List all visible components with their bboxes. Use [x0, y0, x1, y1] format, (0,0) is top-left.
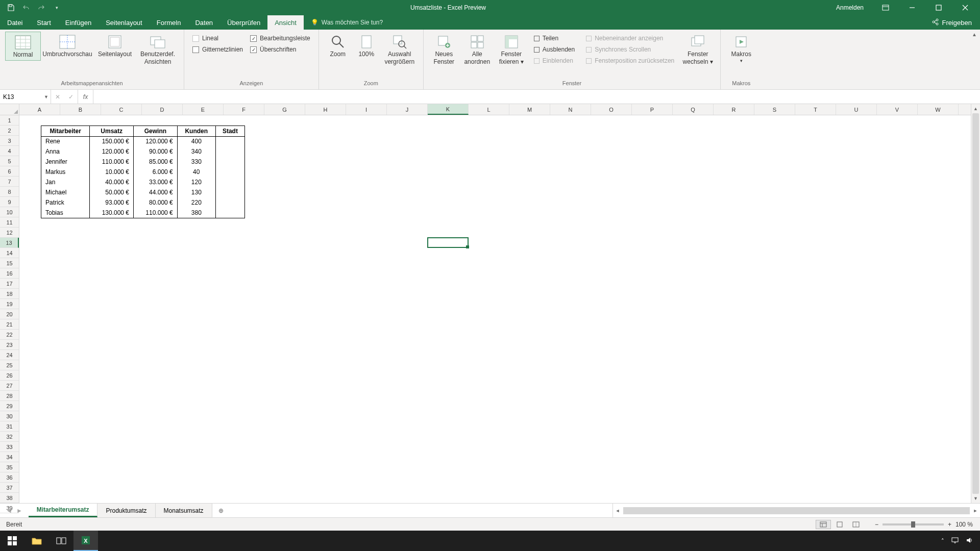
table-cell[interactable]: Markus	[41, 167, 90, 177]
save-icon[interactable]	[5, 2, 16, 13]
tab-formulas[interactable]: Formeln	[150, 15, 188, 30]
tray-volume-icon[interactable]	[966, 537, 973, 545]
row-header[interactable]: 10	[0, 207, 19, 217]
share-button[interactable]: Freigeben	[923, 15, 980, 30]
table-cell[interactable]: 80.000 €	[134, 197, 178, 208]
minimize-button[interactable]	[900, 0, 924, 15]
view-pagebreak-shortcut[interactable]	[848, 520, 864, 529]
fx-icon[interactable]: fx	[78, 90, 93, 104]
view-pagebreak-button[interactable]: Umbruchvorschau	[42, 32, 93, 60]
column-header[interactable]: A	[19, 104, 60, 115]
table-cell[interactable]: 220	[177, 197, 215, 208]
table-cell[interactable]	[215, 177, 244, 187]
scroll-up-icon[interactable]: ▲	[971, 104, 980, 113]
formula-input[interactable]	[93, 90, 980, 104]
row-header[interactable]: 17	[0, 279, 19, 289]
split-button[interactable]: Teilen	[532, 34, 577, 43]
table-cell[interactable]: 120.000 €	[134, 136, 178, 146]
table-cell[interactable]: 330	[177, 157, 215, 167]
table-cell[interactable]: 50.000 €	[90, 187, 134, 197]
table-cell[interactable]	[215, 208, 244, 218]
view-normal-button[interactable]: Normal	[5, 32, 41, 61]
ribbon-display-icon[interactable]	[874, 0, 897, 15]
switch-window-button[interactable]: Fenster wechseln ▾	[680, 32, 715, 67]
column-header[interactable]: D	[142, 104, 183, 115]
chk-gridlines[interactable]: Gitternetzlinien	[192, 46, 243, 53]
column-header[interactable]: J	[387, 104, 428, 115]
column-header[interactable]: U	[836, 104, 877, 115]
column-header[interactable]: M	[509, 104, 550, 115]
zoom-out-button[interactable]: −	[875, 521, 878, 528]
table-cell[interactable]: Jennifer	[41, 157, 90, 167]
table-cell[interactable]: 85.000 €	[134, 157, 178, 167]
row-header[interactable]: 34	[0, 452, 19, 462]
row-header[interactable]: 28	[0, 391, 19, 401]
column-header[interactable]: N	[550, 104, 591, 115]
row-header[interactable]: 37	[0, 483, 19, 493]
select-all-button[interactable]	[0, 104, 19, 115]
vertical-scrollbar[interactable]: ▲ ▼	[971, 104, 980, 503]
view-pagelayout-shortcut[interactable]	[832, 520, 847, 529]
column-header[interactable]: B	[60, 104, 101, 115]
row-header[interactable]: 20	[0, 309, 19, 319]
row-header[interactable]: 2	[0, 126, 19, 136]
table-cell[interactable]: Patrick	[41, 197, 90, 208]
row-header[interactable]: 23	[0, 340, 19, 350]
table-cell[interactable]: 10.000 €	[90, 167, 134, 177]
table-cell[interactable]: 130	[177, 187, 215, 197]
table-cell[interactable]: 120.000 €	[90, 146, 134, 157]
close-button[interactable]	[953, 0, 977, 15]
row-header[interactable]: 14	[0, 248, 19, 258]
table-cell[interactable]: Anna	[41, 146, 90, 157]
freeze-panes-button[interactable]: Fenster fixieren ▾	[495, 32, 528, 67]
table-cell[interactable]: 110.000 €	[134, 208, 178, 218]
row-header[interactable]: 31	[0, 421, 19, 432]
tray-action-center-icon[interactable]	[951, 537, 959, 545]
chevron-down-icon[interactable]: ▼	[44, 94, 48, 99]
tab-data[interactable]: Daten	[188, 15, 220, 30]
maximize-button[interactable]	[927, 0, 950, 15]
column-header[interactable]: G	[264, 104, 305, 115]
row-header[interactable]: 6	[0, 166, 19, 177]
row-header[interactable]: 25	[0, 360, 19, 370]
table-cell[interactable]: 130.000 €	[90, 208, 134, 218]
table-cell[interactable]	[215, 136, 244, 146]
row-header[interactable]: 36	[0, 472, 19, 483]
column-header[interactable]: P	[632, 104, 673, 115]
row-header[interactable]: 11	[0, 217, 19, 228]
column-header[interactable]: S	[754, 104, 795, 115]
row-header[interactable]: 5	[0, 156, 19, 166]
column-header[interactable]: V	[877, 104, 918, 115]
row-header[interactable]: 29	[0, 401, 19, 411]
new-sheet-button[interactable]: ⊕	[212, 504, 230, 517]
undo-icon[interactable]	[20, 2, 32, 13]
file-explorer-button[interactable]	[24, 531, 49, 551]
row-header[interactable]: 7	[0, 177, 19, 187]
row-header[interactable]: 39	[0, 503, 19, 513]
arrange-all-button[interactable]: Alleanordnen	[460, 32, 494, 67]
column-header[interactable]: K	[428, 104, 469, 115]
row-header[interactable]: 15	[0, 258, 19, 268]
row-header[interactable]: 26	[0, 370, 19, 381]
row-header[interactable]: 13	[0, 238, 19, 248]
row-header[interactable]: 19	[0, 299, 19, 309]
table-cell[interactable]: 90.000 €	[134, 146, 178, 157]
row-header[interactable]: 32	[0, 432, 19, 442]
new-window-button[interactable]: NeuesFenster	[429, 32, 459, 67]
chk-headings[interactable]: ✓Überschriften	[250, 46, 310, 53]
zoom-button[interactable]: Zoom	[324, 32, 352, 60]
column-header[interactable]: I	[346, 104, 387, 115]
excel-taskbar-button[interactable]: X	[74, 531, 98, 551]
sheet-tab-2[interactable]: Produktumsatz	[97, 504, 155, 517]
column-header[interactable]: L	[469, 104, 509, 115]
table-cell[interactable]: 380	[177, 208, 215, 218]
table-cell[interactable]: 40.000 €	[90, 177, 134, 187]
row-header[interactable]: 4	[0, 146, 19, 156]
zoom-100-button[interactable]: 100%	[353, 32, 380, 60]
column-header[interactable]: R	[714, 104, 754, 115]
row-header[interactable]: 38	[0, 493, 19, 503]
tab-review[interactable]: Überprüfen	[220, 15, 267, 30]
taskview-button[interactable]	[49, 531, 74, 551]
collapse-ribbon-icon[interactable]: ▲	[972, 32, 977, 37]
worksheet-grid[interactable]: 1234567891011121314151617181920212223242…	[0, 104, 980, 503]
